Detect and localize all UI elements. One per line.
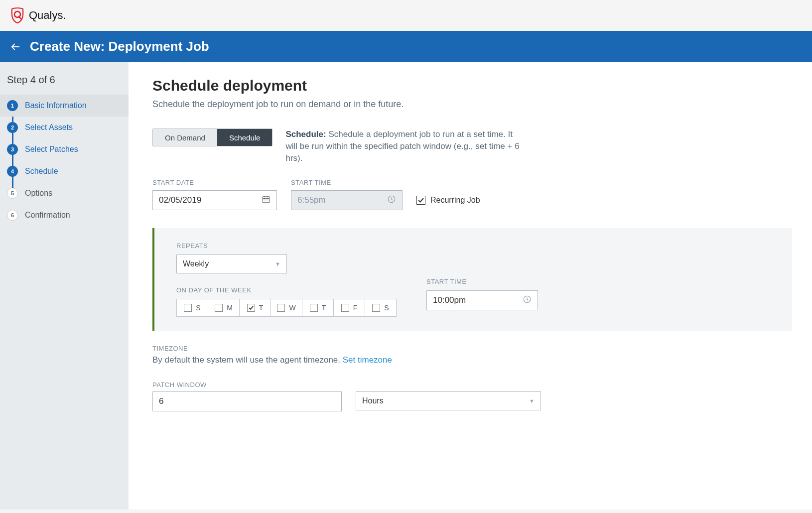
set-timezone-link[interactable]: Set timezone [343, 355, 392, 365]
panel-start-time-input[interactable]: 10:00pm [426, 290, 538, 310]
start-date-input[interactable]: 02/05/2019 [152, 190, 277, 210]
start-time-field: START TIME 6:55pm [291, 179, 403, 210]
patch-window-label: PATCH WINDOW [152, 381, 792, 388]
step-counter: Step 4 of 6 [0, 74, 129, 95]
repeats-label: REPEATS [176, 242, 397, 250]
schedule-mode-toggle: On Demand Schedule [152, 128, 272, 146]
page-subtitle: Schedule the deployment job to run on de… [152, 99, 792, 110]
patch-window-unit-select[interactable]: Hours ▼ [356, 391, 541, 410]
day-friday[interactable]: F [333, 299, 365, 317]
dropdown-icon: ▼ [529, 398, 535, 404]
svg-rect-4 [268, 200, 269, 201]
top-bar: Qualys. [0, 0, 812, 31]
header-bar: Create New: Deployment Job [0, 31, 812, 62]
brand-logo: Qualys. [10, 7, 66, 24]
schedule-toggle[interactable]: Schedule [217, 129, 272, 146]
step-basic-information[interactable]: 1 Basic Information [0, 95, 129, 117]
step-options[interactable]: 5 Options [7, 182, 129, 204]
calendar-icon[interactable] [262, 195, 271, 206]
day-tuesday[interactable]: T [239, 299, 271, 317]
recurrence-panel: REPEATS Weekly ▼ ON DAY OF THE WEEK S M … [152, 228, 792, 331]
svg-rect-3 [266, 200, 267, 201]
day-wednesday[interactable]: W [271, 299, 302, 317]
page-title: Schedule deployment [152, 77, 792, 94]
day-saturday[interactable]: S [365, 299, 397, 317]
day-thursday[interactable]: T [302, 299, 334, 317]
schedule-description: Schedule: Schedule a deployment job to r… [285, 128, 520, 164]
step-confirmation[interactable]: 6 Confirmation [7, 204, 129, 226]
recurring-job-label: Recurring Job [430, 196, 480, 205]
day-monday[interactable]: M [208, 299, 240, 317]
repeats-select[interactable]: Weekly ▼ [176, 255, 287, 273]
main-content: Schedule deployment Schedule the deploym… [129, 62, 812, 510]
patch-window-value-input[interactable]: 6 [152, 391, 342, 411]
start-date-field: START DATE 02/05/2019 [152, 179, 277, 210]
dropdown-icon: ▼ [275, 261, 280, 267]
start-date-label: START DATE [152, 179, 277, 186]
step-schedule[interactable]: 4 Schedule [7, 160, 129, 182]
clock-icon [387, 195, 396, 206]
clock-icon[interactable] [523, 295, 532, 306]
wizard-sidebar: Step 4 of 6 1 Basic Information 2 Select… [0, 62, 129, 510]
days-of-week-label: ON DAY OF THE WEEK [176, 286, 397, 294]
page-header-title: Create New: Deployment Job [30, 39, 209, 54]
wizard-steps: 1 Basic Information 2 Select Assets 3 Se… [0, 95, 129, 226]
timezone-label: TIMEZONE [152, 345, 792, 352]
svg-rect-2 [264, 200, 265, 201]
back-arrow-icon[interactable] [10, 41, 21, 52]
timezone-text: By default the system will use the agent… [152, 355, 792, 365]
step-select-patches[interactable]: 3 Select Patches [7, 138, 129, 160]
recurring-job-field: Recurring Job [416, 190, 480, 210]
recurring-job-checkbox[interactable] [416, 196, 425, 205]
day-sunday[interactable]: S [176, 299, 208, 317]
start-time-label: START TIME [291, 179, 403, 186]
qualys-shield-icon [10, 7, 25, 24]
step-select-assets[interactable]: 2 Select Assets [7, 117, 129, 138]
on-demand-toggle[interactable]: On Demand [153, 129, 217, 146]
panel-start-time-label: START TIME [426, 278, 538, 285]
brand-text: Qualys. [29, 9, 66, 22]
start-time-input: 6:55pm [291, 190, 403, 210]
days-of-week-group: S M T W T F S [176, 299, 397, 317]
